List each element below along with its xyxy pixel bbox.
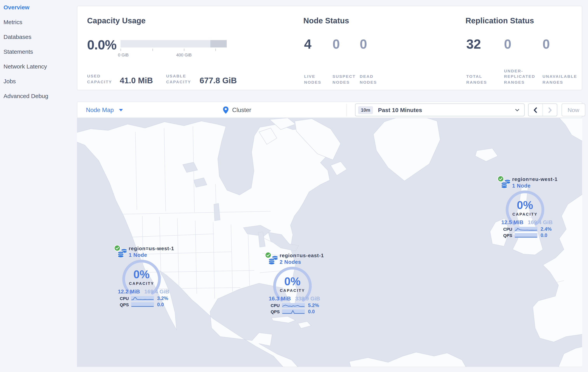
dead-nodes-column: 0 DEAD NODES xyxy=(360,37,387,85)
capacity-tick-label-mid: 400 GiB xyxy=(176,53,192,57)
capacity-used-value: 16.3 MiB xyxy=(269,295,291,302)
cpu-label: CPU xyxy=(271,303,282,308)
capacity-tick xyxy=(215,49,216,51)
qps-sparkline xyxy=(131,302,154,307)
cpu-label: CPU xyxy=(120,296,131,301)
under-replicated-label: UNDER-REPLICATED RANGES xyxy=(504,68,538,85)
sidebar-item-statements[interactable]: Statements xyxy=(0,44,77,59)
capacity-total-value: 338.9 GiB xyxy=(295,295,320,302)
suspect-nodes-count: 0 xyxy=(333,37,360,51)
capacity-values: USED CAPACITY 41.0 MiB USABLE CAPACITY 6… xyxy=(87,73,237,85)
database-stack-icon xyxy=(501,178,511,189)
region-name: region=eu-west-1 xyxy=(512,176,558,182)
under-replicated-column: 0 UNDER-REPLICATED RANGES xyxy=(504,37,543,85)
time-range-badge: 10m xyxy=(358,106,373,114)
database-stack-icon xyxy=(268,255,279,265)
cpu-value: 5.2% xyxy=(308,303,319,308)
chevron-down-icon xyxy=(515,108,520,111)
cpu-value: 2.4% xyxy=(541,226,552,232)
capacity-usage-title: Capacity Usage xyxy=(87,16,146,25)
region-name: region=us-west-1 xyxy=(129,245,174,251)
suspect-nodes-label: SUSPECT NODES xyxy=(333,74,357,85)
sidebar-item-network-latency[interactable]: Network Latency xyxy=(0,59,77,74)
usable-capacity-value: 677.8 GiB xyxy=(200,76,237,85)
sidebar-item-overview[interactable]: Overview xyxy=(0,0,77,15)
breadcrumb-label: Cluster xyxy=(232,107,251,114)
time-range-dropdown[interactable]: 10m Past 10 Minutes xyxy=(355,104,525,116)
view-selector-dropdown[interactable]: Node Map xyxy=(86,102,123,118)
capacity-percent: 0% xyxy=(497,199,553,212)
unavailable-ranges-column: 0 UNAVAILABLE RANGES xyxy=(543,37,580,85)
cpu-sparkline xyxy=(131,296,154,301)
region-name: region=us-east-1 xyxy=(280,253,324,258)
capacity-used-value: 12.5 MiB xyxy=(501,219,524,225)
database-stack-icon xyxy=(117,247,128,258)
qps-value: 0.0 xyxy=(541,233,547,238)
capacity-label: CAPACITY xyxy=(114,281,169,286)
chevron-down-icon xyxy=(119,109,123,111)
capacity-total-value: 169.4 GiB xyxy=(144,288,169,295)
under-replicated-count: 0 xyxy=(504,37,543,51)
capacity-bar: 0 GiB 400 GiB xyxy=(121,40,227,59)
map-pin-icon xyxy=(223,106,229,114)
breadcrumb-cluster[interactable]: Cluster xyxy=(223,102,251,118)
view-selector-label: Node Map xyxy=(86,107,114,114)
time-range-label: Past 10 Minutes xyxy=(378,107,422,113)
suspect-nodes-column: 0 SUSPECT NODES xyxy=(333,37,360,85)
capacity-tick-label-zero: 0 GiB xyxy=(118,53,128,57)
time-back-button[interactable] xyxy=(528,104,543,116)
capacity-used-value: 12.2 MiB xyxy=(118,288,140,295)
capacity-tick xyxy=(121,49,121,51)
chevron-left-icon xyxy=(534,107,537,113)
cpu-sparkline xyxy=(514,227,537,231)
live-nodes-label: LIVE NODES xyxy=(304,74,327,85)
capacity-tick xyxy=(184,49,184,51)
map-toolbar: Node Map Cluster 10m Past 10 Minutes xyxy=(77,102,582,118)
capacity-used-percent: 0.0% xyxy=(87,37,116,53)
region-node-count[interactable]: 2 Nodes xyxy=(280,259,301,265)
node-status-title: Node Status xyxy=(303,16,349,25)
time-pager xyxy=(528,104,557,116)
capacity-label: CAPACITY xyxy=(497,212,553,216)
region-node-count[interactable]: 1 Node xyxy=(129,252,147,258)
sidebar-item-databases[interactable]: Databases xyxy=(0,30,77,44)
used-capacity-label: USED CAPACITY xyxy=(87,73,114,85)
sidebar-item-advanced-debug[interactable]: Advanced Debug xyxy=(0,89,77,104)
unavailable-ranges-label: UNAVAILABLE RANGES xyxy=(543,74,578,85)
capacity-tick xyxy=(152,49,153,51)
region-node-count[interactable]: 1 Node xyxy=(512,183,531,189)
cockroachdb-admin-ui: Overview Metrics Databases Statements Ne… xyxy=(0,0,588,372)
sidebar-item-jobs[interactable]: Jobs xyxy=(0,74,77,89)
dead-nodes-label: DEAD NODES xyxy=(360,74,382,85)
live-nodes-count: 4 xyxy=(304,37,333,51)
qps-label: QPS xyxy=(271,309,282,314)
toolbar-divider xyxy=(346,104,347,116)
dead-nodes-count: 0 xyxy=(360,37,387,51)
capacity-label: CAPACITY xyxy=(265,288,320,293)
capacity-bar-reserved-segment xyxy=(210,40,227,47)
qps-value: 0.0 xyxy=(308,309,315,314)
now-button[interactable]: Now xyxy=(562,104,585,116)
unavailable-ranges-count: 0 xyxy=(543,37,580,51)
total-ranges-column: 32 TOTAL RANGES xyxy=(466,37,504,85)
time-forward-button[interactable] xyxy=(543,104,557,116)
cluster-summary-panel: Capacity Usage 0.0% 0 GiB 400 GiB USED C… xyxy=(77,6,582,90)
qps-label: QPS xyxy=(503,233,514,238)
used-capacity-value: 41.0 MiB xyxy=(120,76,153,85)
usable-capacity-label: USABLE CAPACITY xyxy=(166,73,195,85)
qps-label: QPS xyxy=(120,302,131,307)
qps-sparkline xyxy=(282,309,305,314)
capacity-percent: 0% xyxy=(114,268,169,281)
total-ranges-count: 32 xyxy=(466,37,504,51)
sidebar-item-metrics[interactable]: Metrics xyxy=(0,15,77,30)
sidebar: Overview Metrics Databases Statements Ne… xyxy=(0,0,77,372)
qps-value: 0.0 xyxy=(157,302,164,307)
chevron-right-icon xyxy=(548,107,552,113)
cpu-label: CPU xyxy=(503,227,514,231)
qps-sparkline xyxy=(514,233,537,238)
total-ranges-label: TOTAL RANGES xyxy=(466,74,490,85)
cpu-sparkline xyxy=(282,303,305,308)
capacity-percent: 0% xyxy=(265,275,320,288)
cpu-value: 3.2% xyxy=(157,296,168,301)
capacity-bar-track xyxy=(121,40,227,47)
